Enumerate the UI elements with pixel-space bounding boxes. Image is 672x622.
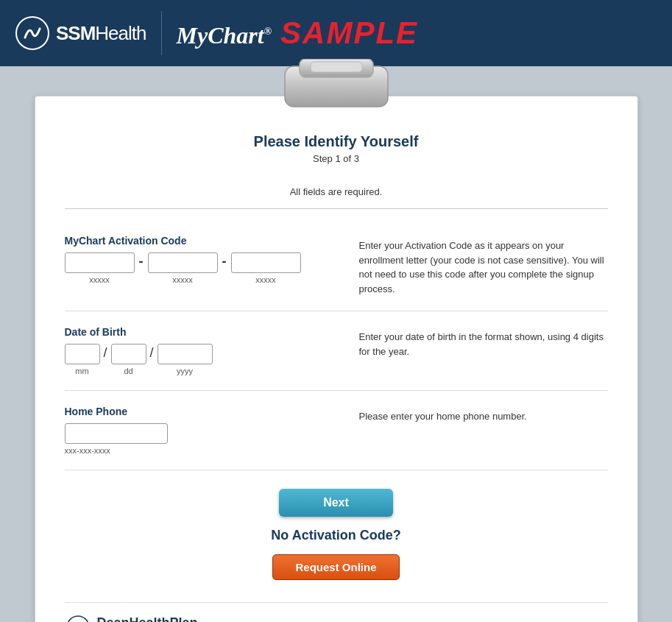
mychart-brand: MyChart® SAMPLE <box>177 15 419 51</box>
dob-mm-hint: mm <box>75 367 88 375</box>
dob-label: Date of Birth <box>65 326 344 338</box>
activation-input-3[interactable] <box>231 252 301 273</box>
phone-input[interactable] <box>65 423 168 444</box>
clip-graphic <box>263 59 410 118</box>
activation-input-1[interactable] <box>65 252 135 273</box>
slash-sep-2: / <box>150 345 154 361</box>
dob-mm-group: mm <box>65 344 100 375</box>
clipboard-clip <box>263 59 410 118</box>
main-background: Please Identify Yourself Step 1 of 3 All… <box>0 66 672 622</box>
form-title: Please Identify Yourself <box>65 133 608 150</box>
form-required-note: All fields are required. <box>65 186 608 197</box>
sample-label: SAMPLE <box>280 15 418 51</box>
activation-code-left: MyChart Activation Code xxxxx - xxxxx - … <box>65 235 344 284</box>
activation-code-section: MyChart Activation Code xxxxx - xxxxx - … <box>65 220 608 311</box>
card-footer: DeanHealthPlan A member of SSM Health <box>65 602 608 622</box>
phone-help: Please enter your home phone number. <box>359 406 608 424</box>
mychart-label: MyChart® <box>177 22 272 49</box>
activation-group-3: xxxxx <box>231 252 301 284</box>
slash-sep-1: / <box>104 345 107 361</box>
dob-yyyy-input[interactable] <box>158 344 213 364</box>
dob-mm-input[interactable] <box>65 344 100 364</box>
dob-dd-hint: dd <box>124 367 132 375</box>
activation-hint-3: xxxxx <box>255 275 276 284</box>
ssm-health-logo: SSMHealth <box>15 11 162 55</box>
form-step: Step 1 of 3 <box>65 153 608 164</box>
button-area: Next No Activation Code? Request Online <box>65 470 608 587</box>
dob-yyyy-group: yyyy <box>158 344 213 375</box>
activation-hint-2: xxxxx <box>172 275 193 284</box>
activation-input-2[interactable] <box>148 252 218 273</box>
activation-hint-1: xxxxx <box>89 275 110 284</box>
activation-code-help: Enter your Activation Code as it appears… <box>359 235 608 296</box>
phone-hint: xxx-xxx-xxxx <box>65 446 110 455</box>
dob-help: Enter your date of birth in the format s… <box>359 326 608 358</box>
svg-rect-3 <box>311 62 362 72</box>
activation-code-label: MyChart Activation Code <box>65 235 344 247</box>
activation-group-2: xxxxx <box>148 252 218 284</box>
phone-group: xxx-xxx-xxxx <box>65 423 344 455</box>
dash-sep-2: - <box>222 254 227 269</box>
form-card: Please Identify Yourself Step 1 of 3 All… <box>35 96 638 622</box>
dob-row: mm / dd / yyyy <box>65 344 344 375</box>
ssm-icon <box>15 15 50 51</box>
dob-yyyy-hint: yyyy <box>177 367 193 375</box>
ssm-text: SSMHealth <box>56 22 146 45</box>
phone-section: Home Phone xxx-xxx-xxxx Please enter you… <box>65 391 608 470</box>
no-code-title: No Activation Code? <box>271 528 400 543</box>
phone-left: Home Phone xxx-xxx-xxxx <box>65 406 344 455</box>
phone-label: Home Phone <box>65 406 344 417</box>
dob-left: Date of Birth mm / dd / yyyy <box>65 326 344 375</box>
activation-group-1: xxxxx <box>65 252 135 284</box>
divider-top <box>65 208 608 209</box>
request-online-button[interactable]: Request Online <box>272 554 399 580</box>
dob-section: Date of Birth mm / dd / yyyy <box>65 311 608 391</box>
dean-health-plan-text: DeanHealthPlan A member of SSM Health <box>97 615 198 623</box>
dash-sep-1: - <box>139 254 144 269</box>
dob-dd-input[interactable] <box>111 344 146 364</box>
svg-point-4 <box>67 616 89 622</box>
activation-code-row: xxxxx - xxxxx - xxxxx <box>65 252 344 284</box>
next-button[interactable]: Next <box>279 489 393 517</box>
dob-dd-group: dd <box>111 344 146 375</box>
dean-name: DeanHealthPlan <box>97 615 198 623</box>
dean-health-plan-icon <box>65 614 91 622</box>
header: SSMHealth MyChart® SAMPLE <box>0 0 672 66</box>
